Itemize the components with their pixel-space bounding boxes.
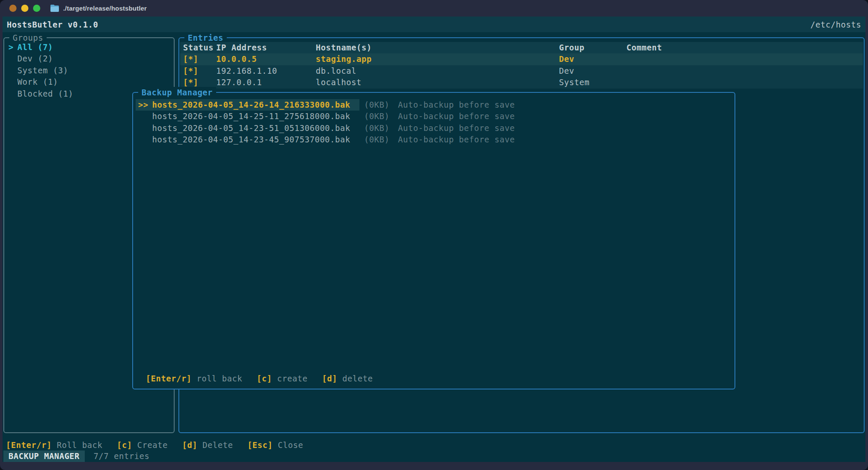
hosts-file-path: /etc/hosts [810,20,861,29]
hint-label-create: create [277,374,308,383]
entries-table-header: Status IP Address Hostname(s) Group Comm… [180,42,863,53]
column-header-status: Status [183,42,214,53]
mode-badge: BACKUP MANAGER [3,451,85,462]
maximize-window-button[interactable] [33,5,40,12]
keybar-label-delete: Delete [203,440,233,450]
window-title: ./target/release/hostsbutler [63,5,147,12]
entry-status: [*] [183,65,198,77]
entry-hostnames: staging.app [316,53,372,65]
folder-icon [50,4,59,12]
close-window-button[interactable] [9,5,17,12]
backup-filename: hosts_2026-04-05_14-23-45_907537000.bak [152,134,351,145]
backup-filename: hosts_2026-04-05_14-25-11_275618000.bak [152,111,351,122]
group-item-work[interactable]: Work (1) [4,76,174,88]
backup-filename: hosts_2026-04-05_14-26-14_216333000.bak [152,99,351,111]
group-item-label: All (7) [17,42,53,52]
global-keybar: [Enter/r]Roll back[c]Create[d]Delete[Esc… [6,439,318,451]
entry-ip: 10.0.0.5 [216,53,257,65]
terminal-content: HostsButler v0.1.0 /etc/hosts Groups > A… [3,17,865,462]
backup-size: (0KB) [364,99,389,111]
backup-note: Auto-backup before save [398,134,515,145]
entries-count: 7/7 entries [94,451,150,462]
entry-status: [*] [183,53,198,65]
backup-row-selected[interactable]: >> hosts_2026-04-05_14-26-14_216333000.b… [134,99,734,111]
keybar-key-rollback: [Enter/r] [6,440,52,450]
backup-note: Auto-backup before save [398,111,515,122]
group-item-label: System (3) [17,66,68,75]
hint-label-rollback: roll back [197,374,242,383]
backup-manager-hints: [Enter/r]roll back[c]create[d]delete [146,373,387,384]
keybar-label-close: Close [278,440,303,450]
backup-row[interactable]: hosts_2026-04-05_14-23-51_051306000.bak … [134,122,734,134]
group-item-label: Dev (2) [17,54,53,63]
backup-size: (0KB) [364,134,389,145]
keybar-key-close: [Esc] [248,440,273,450]
entry-group: Dev [559,65,574,77]
entry-hostnames: localhost [316,77,362,88]
hint-key-create: [c] [257,374,272,383]
column-header-ip: IP Address [216,42,267,53]
keybar-key-delete: [d] [182,440,198,450]
keybar-label-rollback: Roll back [57,440,103,450]
group-selection-marker: > [8,42,14,53]
app-title: HostsButler v0.1.0 [7,20,98,29]
backup-note: Auto-backup before save [398,99,515,111]
entry-ip: 127.0.0.1 [216,77,262,88]
hint-key-delete: [d] [322,374,337,383]
entry-ip: 192.168.1.10 [216,65,277,77]
group-item-dev[interactable]: Dev (2) [4,53,174,64]
group-item-system[interactable]: System (3) [4,65,174,76]
backup-manager-title: Backup Manager [138,87,216,98]
backup-selection-marker: >> [138,99,148,111]
status-bar: BACKUP MANAGER 7/7 entries [3,451,865,462]
hint-label-delete: delete [342,374,373,383]
group-item-all[interactable]: > All (7) [4,42,174,53]
entry-group: Dev [559,53,574,65]
minimize-window-button[interactable] [21,5,28,12]
column-header-comment: Comment [626,42,662,53]
column-header-group: Group [559,42,584,53]
window-titlebar: ./target/release/hostsbutler [0,0,868,17]
entry-row[interactable]: [*] 192.168.1.10 db.local Dev [180,65,863,77]
keybar-key-create: [c] [117,440,132,450]
backup-size: (0KB) [364,122,389,134]
group-item-label: Work (1) [17,77,58,86]
group-item-label: Blocked (1) [17,89,73,98]
entry-row-selected[interactable]: [*] 10.0.0.5 staging.app Dev [180,53,863,65]
terminal-window: ./target/release/hostsbutler HostsButler… [0,0,868,470]
app-header: HostsButler v0.1.0 /etc/hosts [3,17,865,32]
entry-hostnames: db.local [316,65,356,77]
backup-note: Auto-backup before save [398,122,515,134]
keybar-label-create: Create [137,440,168,450]
entry-group: System [559,77,590,88]
backup-row[interactable]: hosts_2026-04-05_14-23-45_907537000.bak … [134,134,734,145]
hint-key-rollback: [Enter/r] [146,374,192,383]
entry-row[interactable]: [*] 127.0.0.1 localhost System [180,77,863,88]
backup-size: (0KB) [364,111,389,122]
backup-manager-modal: Backup Manager >> hosts_2026-04-05_14-26… [132,92,735,389]
column-header-hostnames: Hostname(s) [316,42,372,53]
backup-row[interactable]: hosts_2026-04-05_14-25-11_275618000.bak … [134,111,734,122]
backup-filename: hosts_2026-04-05_14-23-51_051306000.bak [152,122,351,134]
